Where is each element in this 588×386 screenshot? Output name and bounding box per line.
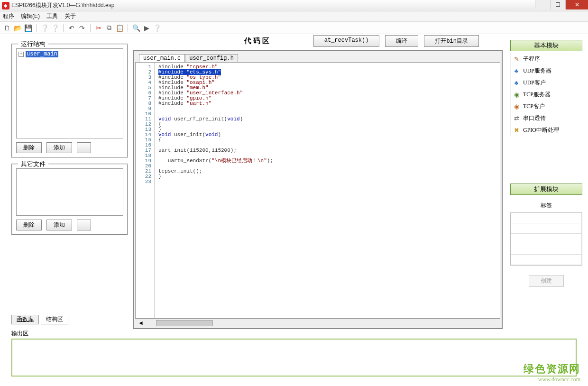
compile-button[interactable]: 编译 xyxy=(385,35,418,47)
copy-icon[interactable]: ⧉ xyxy=(105,24,113,32)
output-label: 输出区 xyxy=(11,330,577,338)
left-tab-bar: 函数库 结构区 xyxy=(11,308,128,324)
center-panel: 代 码 区 at_recvTask() 编译 打开bin目录 user_main… xyxy=(133,34,507,329)
separator xyxy=(90,24,91,32)
other-files-panel: 其它文件 删除 添加 xyxy=(11,164,128,235)
module-label: UDP客户 xyxy=(523,79,546,87)
module-label: 子程序 xyxy=(523,55,540,63)
module-label: GPIO中断处理 xyxy=(523,126,559,134)
other-files-title: 其它文件 xyxy=(18,160,48,168)
output-area: 输出区 xyxy=(11,330,577,377)
tab-funclib[interactable]: 函数库 xyxy=(11,315,39,324)
module-icon: ✎ xyxy=(513,55,520,63)
module-item-4[interactable]: ◉TCP客户 xyxy=(511,101,582,112)
module-icon: ⇄ xyxy=(513,115,520,122)
menu-about[interactable]: 关于 xyxy=(64,12,76,20)
output-box[interactable] xyxy=(11,339,577,377)
module-item-1[interactable]: ♣UDP服务器 xyxy=(511,65,582,77)
recv-task-button[interactable]: at_recvTask() xyxy=(313,35,380,47)
help1-icon[interactable]: ❔ xyxy=(40,24,49,32)
code-body[interactable]: #include "tcpser.h" #include "ets_sys.h"… xyxy=(155,63,500,318)
open-bin-button[interactable]: 打开bin目录 xyxy=(424,35,479,47)
create-button[interactable]: 创建 xyxy=(529,275,564,287)
module-item-0[interactable]: ✎子程序 xyxy=(511,53,582,65)
tree-item-user-main[interactable]: user_main xyxy=(26,51,58,57)
open-file-icon[interactable]: 📂 xyxy=(13,24,22,32)
module-icon: ◉ xyxy=(513,103,520,110)
tab-user-main-c[interactable]: user_main.c xyxy=(139,54,185,62)
horizontal-scrollbar[interactable]: ◄ xyxy=(135,319,500,327)
module-label: TCP服务器 xyxy=(523,91,551,99)
code-area-title: 代 码 区 xyxy=(244,37,269,46)
find-icon[interactable]: 🔍 xyxy=(132,24,140,32)
module-item-3[interactable]: ◉TCP服务器 xyxy=(511,89,582,101)
save-icon[interactable]: 💾 xyxy=(24,24,32,32)
other-files-list[interactable] xyxy=(16,168,123,216)
tags-table[interactable] xyxy=(510,212,582,266)
code-editor[interactable]: 1234567891011121314151617181920212223 #i… xyxy=(135,62,500,319)
module-icon: ◉ xyxy=(513,91,520,99)
module-label: TCP客户 xyxy=(523,102,545,110)
separator xyxy=(36,24,37,32)
minimize-button[interactable]: — xyxy=(535,0,550,9)
app-icon: ◆ xyxy=(2,2,9,9)
tab-struct[interactable]: 结构区 xyxy=(41,315,68,324)
paste-icon[interactable]: 📋 xyxy=(115,24,124,32)
right-panel: 基本模块 ✎子程序♣UDP服务器♣UDP客户◉TCP服务器◉TCP客户⇄串口透传… xyxy=(507,34,588,329)
module-item-5[interactable]: ⇄串口透传 xyxy=(511,112,582,124)
separator xyxy=(128,24,128,32)
menu-tools[interactable]: 工具 xyxy=(46,12,58,20)
menu-edit[interactable]: 编辑(E) xyxy=(21,12,40,20)
undo-icon[interactable]: ↶ xyxy=(67,24,76,32)
window-title: ESP8266模块开发V1.0—G:\hhh\ddd.esp xyxy=(11,1,114,9)
new-file-icon[interactable]: 🗋 xyxy=(3,24,11,32)
run-icon[interactable]: ▶ xyxy=(142,24,151,32)
module-label: UDP服务器 xyxy=(523,67,551,75)
structure-tree[interactable]: +user_main xyxy=(16,48,123,138)
editor-frame: user_main.c user_config.h 12345678910111… xyxy=(133,50,503,329)
blank-button-1[interactable] xyxy=(77,142,91,153)
module-item-6[interactable]: ✖GPIO中断处理 xyxy=(511,124,582,136)
delete-structure-button[interactable]: 删除 xyxy=(16,142,42,153)
help2-icon[interactable]: ❔ xyxy=(51,24,59,32)
ext-modules-header: 扩展模块 xyxy=(510,184,582,195)
add-structure-button[interactable]: 添加 xyxy=(46,142,72,153)
toolbar: 🗋 📂 💾 ❔ ❔ ↶ ↷ ✂ ⧉ 📋 🔍 ▶ ❔ xyxy=(0,22,588,34)
separator xyxy=(63,24,64,32)
menu-bar: 程序 编辑(E) 工具 关于 xyxy=(0,11,588,22)
run-structure-panel: 运行结构 +user_main 删除 添加 xyxy=(11,44,128,158)
close-button[interactable]: ✕ xyxy=(565,0,588,9)
blank-button-2[interactable] xyxy=(77,220,91,230)
watermark: 绿色资源网 www.downcc.com xyxy=(524,362,580,383)
module-label: 串口透传 xyxy=(523,114,546,122)
tree-expand-icon[interactable]: + xyxy=(18,52,24,57)
tags-label: 标签 xyxy=(510,202,582,210)
module-icon: ♣ xyxy=(513,67,520,75)
line-gutter: 1234567891011121314151617181920212223 xyxy=(136,63,155,318)
run-structure-title: 运行结构 xyxy=(18,40,48,48)
basic-modules-list: ✎子程序♣UDP服务器♣UDP客户◉TCP服务器◉TCP客户⇄串口透传✖GPIO… xyxy=(510,53,582,136)
tab-user-config-h[interactable]: user_config.h xyxy=(185,54,238,62)
module-icon: ✖ xyxy=(513,127,520,134)
redo-icon[interactable]: ↷ xyxy=(78,24,86,32)
file-tabs: user_main.c user_config.h xyxy=(135,53,500,62)
basic-modules-header: 基本模块 xyxy=(510,40,582,51)
left-panel: 运行结构 +user_main 删除 添加 其它文件 删除 添加 函数库 结构区 xyxy=(0,34,133,329)
title-bar: ◆ ESP8266模块开发V1.0—G:\hhh\ddd.esp — ☐ ✕ xyxy=(0,0,588,11)
module-item-2[interactable]: ♣UDP客户 xyxy=(511,77,582,89)
help3-icon[interactable]: ❔ xyxy=(153,24,161,32)
maximize-button[interactable]: ☐ xyxy=(550,0,565,9)
module-icon: ♣ xyxy=(513,79,520,87)
delete-file-button[interactable]: 删除 xyxy=(16,220,42,230)
cut-icon[interactable]: ✂ xyxy=(94,24,103,32)
add-file-button[interactable]: 添加 xyxy=(46,220,72,230)
menu-program[interactable]: 程序 xyxy=(3,12,14,20)
